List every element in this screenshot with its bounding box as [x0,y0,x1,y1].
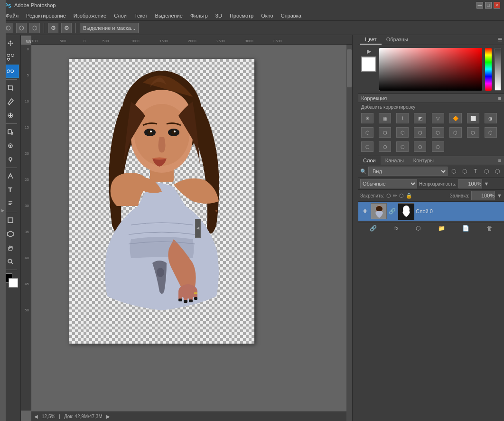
corr-curves[interactable]: ⌇ [396,113,409,123]
panel-edge: ▶ [0,0,6,421]
corr-selective-color[interactable]: ⬡ [485,127,497,138]
lock-all-icon[interactable]: 🔒 [406,193,412,199]
layer-filter-text[interactable]: T [471,167,480,176]
svg-rect-28 [178,299,182,301]
corr-exposure[interactable]: ◩ [414,113,426,123]
corr-hsl[interactable]: 🔶 [449,113,462,123]
corr-vibrance[interactable]: ▽ [432,113,444,123]
hue-slider[interactable] [485,48,492,91]
layers-type-filter[interactable]: Вид [368,167,448,176]
layer-visibility-icon[interactable]: 👁 [361,207,369,215]
tab-color[interactable]: Цвет [360,35,382,45]
corr-photo-filter[interactable]: ⬡ [361,127,373,138]
options-bar: ⬡ ⬡ ⬡ ⚙ ⚙ Выделение и маска... [0,21,504,35]
fx-icon[interactable]: fx [394,225,399,232]
woman-svg [69,59,254,344]
correction-panel-menu-icon[interactable]: ≡ [498,95,501,101]
tab-paths[interactable]: Контуры [409,156,439,165]
scroll-thumb-v[interactable] [347,49,352,87]
svg-rect-0 [8,55,9,56]
menu-item-просмотр[interactable]: Просмотр [226,12,257,19]
layer-mask-thumbnail [398,203,414,219]
app-title: Ps Adobe Photoshop [4,2,56,9]
alpha-slider[interactable] [495,48,501,91]
fill-input[interactable] [471,191,495,200]
new-group-icon[interactable]: 📁 [438,225,445,232]
lock-pixels-icon[interactable]: ⬡ [386,193,391,199]
layers-panel-menu-icon[interactable]: ≡ [495,156,504,165]
color-swatches-panel: Цвет Образцы ≡ ▶ [358,35,504,94]
ruler-h-100: 100 [31,39,37,43]
foreground-color-swatch[interactable] [361,56,376,72]
corr-posterize[interactable]: ⬡ [432,127,444,138]
tab-channels[interactable]: Каналы [381,156,409,165]
corr-extra5[interactable]: ⬡ [432,141,444,152]
svg-rect-32 [194,292,197,294]
status-arrow-right[interactable]: ▶ [106,414,110,419]
status-separator: | [59,414,60,419]
opacity-input[interactable] [458,179,482,188]
blend-mode-select[interactable]: Обычные [360,179,417,188]
corr-brightness[interactable]: ☀ [361,113,373,123]
tool-option-2[interactable]: ⬡ [16,23,27,33]
corr-channel-mix[interactable]: ⬡ [379,127,391,138]
right-panel: ▶ Цвет Образцы ≡ ▶ [352,35,504,421]
add-link-icon[interactable]: 🔗 [370,225,377,232]
corr-invert[interactable]: ⬡ [414,127,426,138]
minimize-button[interactable]: — [476,2,483,9]
tab-layers[interactable]: Слои [358,156,381,165]
canvas-scroll-vertical[interactable] [346,45,352,413]
menu-item-выделение[interactable]: Выделение [151,12,187,19]
corr-extra1[interactable]: ⬡ [361,141,373,152]
correction-panel: Коррекция ≡ Добавить корректировку ☀ ▦ ⌇… [358,94,504,156]
tool-option-5[interactable]: ⚙ [61,23,72,33]
add-correction-label: Добавить корректировку [358,103,504,111]
menu-item-слои[interactable]: Слои [110,12,131,19]
corr-levels[interactable]: ▦ [379,113,391,123]
menu-item-фильтр[interactable]: Фильтр [187,12,212,19]
svg-point-8 [9,145,11,147]
add-mask-icon[interactable]: ⬡ [416,225,420,232]
corr-extra2[interactable]: ⬡ [379,141,391,152]
status-arrow-left[interactable]: ◀ [34,414,38,419]
layers-search-bar: 🔍 Вид ⬡ ⬡ T ⬡ ⬡ [358,165,504,178]
lock-artboard-icon[interactable]: ⬡ [399,193,404,199]
corr-threshold[interactable]: ⬡ [449,127,462,138]
delete-layer-icon[interactable]: 🗑 [487,225,493,232]
menu-item-редактирование[interactable]: Редактирование [22,12,70,19]
close-button[interactable]: ✕ [494,2,500,9]
corr-extra3[interactable]: ⬡ [396,141,409,152]
new-layer-icon[interactable]: 📄 [462,225,469,232]
color-panel-menu-icon[interactable]: ≡ [498,36,502,44]
corr-extra4[interactable]: ⬡ [414,141,426,152]
layer-filter-smart[interactable]: ⬡ [493,167,502,176]
corr-gradient-map[interactable]: ⬡ [467,127,479,138]
lock-position-icon[interactable]: ✏ [393,193,397,199]
maximize-button[interactable]: □ [485,2,492,9]
panel-collapse-button[interactable]: ◀ [195,219,201,238]
menu-item-текст[interactable]: Текст [131,12,151,19]
tool-option-3[interactable]: ⬡ [29,23,40,33]
menu-item-изображение[interactable]: Изображение [70,12,110,19]
corr-colorbalance[interactable]: ⬜ [467,113,479,123]
layer-item-0[interactable]: 👁 🔗 [358,202,504,221]
layer-filter-pixel[interactable]: ⬡ [449,167,458,176]
color-triangle-area: ▶ [361,48,376,72]
layer-filter-shape[interactable]: ⬡ [482,167,491,176]
corr-color-lookup[interactable]: ⬡ [396,127,409,138]
layer-filter-adjust[interactable]: ⬡ [460,167,469,176]
corr-bw[interactable]: ◑ [485,113,497,123]
menu-item-справка[interactable]: Справка [277,12,305,19]
opacity-dropdown-icon[interactable]: ▼ [484,181,489,187]
svg-point-33 [157,268,164,277]
fill-dropdown-icon[interactable]: ▼ [497,193,502,198]
menu-item-3d[interactable]: 3D [212,12,226,19]
ruler-v-50: 50 [25,308,29,312]
play-icon[interactable]: ▶ [367,48,371,55]
selection-mask-button[interactable]: Выделение и маска... [80,23,139,33]
app-name: Adobe Photoshop [14,2,56,8]
tab-swatches[interactable]: Образцы [382,35,413,45]
tool-option-4[interactable]: ⚙ [48,23,58,33]
color-gradient[interactable] [379,48,482,91]
menu-item-окно[interactable]: Окно [257,12,277,19]
